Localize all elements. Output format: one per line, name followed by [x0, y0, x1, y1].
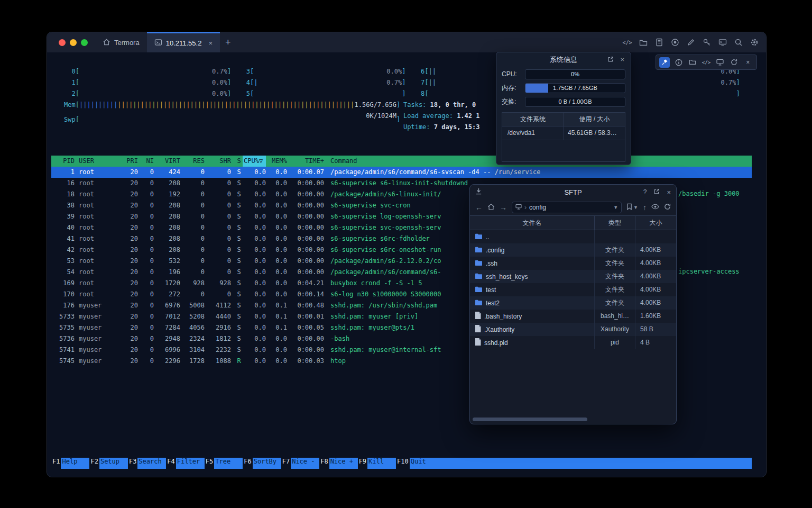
back-icon[interactable]: ←: [475, 204, 483, 211]
folder-icon: [475, 286, 483, 294]
close-tab-icon[interactable]: ×: [208, 39, 213, 47]
key-icon[interactable]: [702, 38, 711, 47]
system-meter: 交换:0 B / 1.00GB: [496, 95, 631, 108]
sftp-row-ssh_host_keys[interactable]: ssh_host_keys文件夹4.00KB: [470, 270, 676, 283]
folder-icon: [475, 259, 483, 268]
bookmark-button[interactable]: ▼: [626, 203, 638, 212]
parent-directory-icon[interactable]: ↑: [643, 204, 647, 211]
zoom-window-button[interactable]: [81, 39, 88, 46]
fkey-search[interactable]: F3Search: [128, 458, 166, 469]
sftp-row-sshd.pid[interactable]: sshd.pidpid4 B: [470, 336, 676, 349]
col-res[interactable]: RES: [180, 156, 205, 167]
col-filesize[interactable]: 大小: [635, 216, 676, 230]
sftp-row-.config[interactable]: .config文件夹4.00KB: [470, 243, 676, 257]
new-tab-button[interactable]: +: [225, 32, 231, 52]
show-hidden-icon[interactable]: [651, 204, 659, 211]
filesystem-table: 文件系统 使用 / 大小 /dev/vda1 45.61GB / 58.3…: [502, 112, 625, 162]
fkey-filter[interactable]: F4Filter: [166, 458, 204, 469]
folder-icon[interactable]: [639, 38, 648, 47]
col-time[interactable]: TIME+: [287, 156, 324, 167]
filesystem-table-header: 文件系统 使用 / 大小: [502, 113, 625, 126]
refresh-icon[interactable]: [664, 203, 671, 212]
close-icon[interactable]: ×: [667, 188, 671, 196]
col-ni[interactable]: NI: [138, 156, 154, 167]
code-icon[interactable]: </>: [701, 57, 712, 68]
chevron-down-icon[interactable]: ▼: [613, 205, 618, 210]
open-in-window-icon[interactable]: [607, 56, 614, 64]
pin-icon[interactable]: [659, 57, 670, 68]
window-toolbar: </>: [623, 32, 759, 52]
fkey-help[interactable]: F1Help: [51, 458, 89, 469]
fkey-sortby[interactable]: F6SortBy: [243, 458, 281, 469]
sftp-row-..[interactable]: ..: [470, 230, 676, 243]
uptime-stat: Uptime: 7 days, 15:3: [403, 122, 480, 133]
sftp-row-.ssh[interactable]: .ssh文件夹4.00KB: [470, 257, 676, 270]
search-icon[interactable]: [734, 38, 743, 47]
open-in-window-icon[interactable]: [653, 188, 660, 196]
sftp-row-test[interactable]: test文件夹4.00KB: [470, 283, 676, 296]
col-shr[interactable]: SHR: [205, 156, 231, 167]
info-icon[interactable]: [673, 57, 684, 68]
file-name: test: [486, 286, 496, 294]
col-mem[interactable]: MEM%: [266, 156, 287, 167]
edit-icon[interactable]: [686, 38, 695, 47]
meter-label: 交换:: [502, 97, 521, 106]
command-tail: ipcserver-access: [678, 266, 740, 277]
tab-label: Termora: [114, 39, 140, 47]
code-icon[interactable]: </>: [623, 38, 632, 47]
col-user[interactable]: USER: [79, 156, 117, 167]
fkey-setup[interactable]: F2Setup: [89, 458, 127, 469]
sftp-row-.Xauthority[interactable]: .XauthorityXauthority58 B: [470, 323, 676, 336]
col-used-size: 使用 / 大小: [564, 113, 625, 126]
sftp-navbar: ← → › config ▼ ▼ ↑: [470, 199, 676, 215]
log-icon[interactable]: [654, 38, 663, 47]
cpu-meter-5: 5[]: [238, 88, 405, 99]
col-pid[interactable]: PID: [51, 156, 75, 167]
meter-value: 0%: [525, 70, 625, 79]
col-pri[interactable]: PRI: [117, 156, 138, 167]
file-size: [635, 230, 676, 243]
col-cpu-sorted[interactable]: CPU%▽: [243, 156, 266, 167]
sftp-row-.bash_history[interactable]: .bash_historybash_hi…1.60KB: [470, 310, 676, 323]
process-row-1[interactable]: 1root20042400S0.00.00:00.07/package/admi…: [51, 167, 752, 178]
fkey-kill[interactable]: F9Kill: [358, 458, 396, 469]
sftp-file-list: ...config文件夹4.00KB.ssh文件夹4.00KBssh_host_…: [470, 230, 676, 349]
sftp-row-test2[interactable]: test2文件夹4.00KB: [470, 296, 676, 310]
record-icon[interactable]: [670, 38, 679, 47]
forward-icon[interactable]: →: [500, 204, 507, 211]
tab-termora[interactable]: Termora: [95, 32, 147, 52]
file-name: .ssh: [486, 260, 497, 267]
col-filename[interactable]: 文件名: [470, 216, 595, 230]
panel-title: 系统信息: [550, 55, 577, 65]
help-icon[interactable]: ?: [643, 188, 647, 196]
home-icon[interactable]: [487, 203, 495, 212]
col-command[interactable]: Command: [330, 156, 357, 167]
fkey-nice--[interactable]: F7Nice -: [281, 458, 319, 469]
fkey-quit[interactable]: F10Quit: [396, 458, 438, 469]
horizontal-scrollbar[interactable]: [473, 418, 587, 421]
refresh-icon[interactable]: [729, 57, 740, 68]
path-breadcrumb[interactable]: › config ▼: [512, 202, 622, 213]
file-size: 58 B: [635, 323, 676, 336]
fkey-tree[interactable]: F5Tree: [205, 458, 243, 469]
col-filetype[interactable]: 类型: [595, 216, 635, 230]
close-icon[interactable]: ×: [620, 56, 624, 64]
file-size: 4.00KB: [635, 257, 676, 270]
cpu-meter-4: 4[|0.7%]: [238, 77, 405, 88]
terminal-window-icon[interactable]: [718, 38, 727, 47]
col-state[interactable]: S: [235, 156, 243, 167]
fkey-nice-+[interactable]: F8Nice +: [319, 458, 357, 469]
file-name: ..: [486, 233, 490, 241]
monitor-icon[interactable]: [715, 57, 725, 68]
close-window-button[interactable]: [59, 39, 66, 46]
settings-icon[interactable]: [750, 38, 759, 47]
file-size: 4.00KB: [635, 296, 676, 310]
bookmark-icon: [626, 203, 632, 212]
tab-host[interactable]: 10.211.55.2 ×: [147, 32, 220, 52]
cpu-meter-row: 0[0.7%]3[0.0%]6[||0.0%]: [64, 66, 748, 77]
folder-icon[interactable]: [687, 57, 698, 68]
minimize-window-button[interactable]: [70, 39, 77, 46]
col-virt[interactable]: VIRT: [154, 156, 180, 167]
close-icon[interactable]: ×: [743, 57, 753, 68]
folder-icon: [475, 246, 483, 255]
